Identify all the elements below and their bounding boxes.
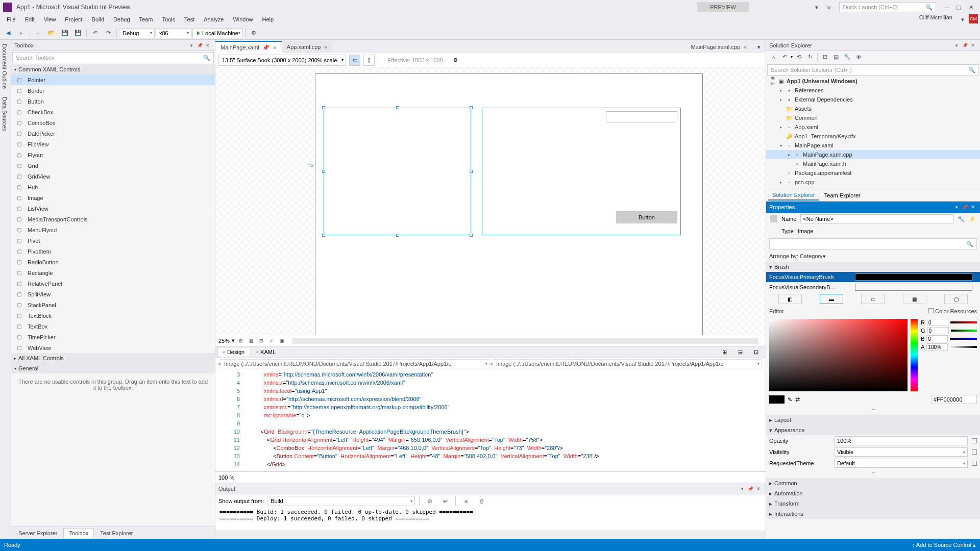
tree-node[interactable]: ▸▪References (766, 86, 980, 95)
close-tab-icon[interactable]: ✕ (324, 44, 328, 50)
tree-node[interactable]: 📁Assets (766, 104, 980, 113)
g-input[interactable] (927, 327, 949, 334)
save-button[interactable]: 💾 (59, 28, 71, 39)
output-dropdown-button[interactable]: ▾ (738, 485, 746, 493)
toolbox-item[interactable]: ▢DatePicker (11, 128, 215, 139)
name-input[interactable] (800, 214, 953, 223)
prop-group-transform[interactable]: ▸Transform (766, 498, 980, 509)
prop-group-layout[interactable]: ▸Layout (766, 415, 980, 425)
tree-node[interactable]: ▸▫MainPage.xaml.cpp (766, 150, 980, 159)
new-project-button[interactable]: ▫ (32, 28, 44, 39)
close-tab-icon[interactable]: ✕ (273, 45, 277, 51)
se-search-input[interactable]: Search Solution Explorer (Ctrl+;)🔍 (767, 64, 979, 76)
tree-node[interactable]: ▸▫pch.cpp (766, 178, 980, 187)
menu-build[interactable]: Build (87, 14, 109, 27)
source-control-button[interactable]: ↑ Add to Source Control ▴ (912, 542, 976, 548)
swap-colors-icon[interactable]: ⇄ (795, 396, 800, 403)
orientation-portrait-button[interactable]: ▯ (363, 55, 375, 66)
output-pin-button[interactable]: 📌 (746, 485, 754, 493)
a-input[interactable] (926, 343, 948, 350)
redo-button[interactable]: ↷ (102, 28, 114, 39)
toolbox-item[interactable]: ▢StackPanel (11, 299, 215, 310)
se-tab[interactable]: Team Explorer (820, 191, 865, 200)
toolbox-item[interactable]: ▢Pointer (11, 74, 215, 85)
maximize-button[interactable]: ▢ (952, 2, 965, 12)
notifications-icon[interactable]: ▾ (811, 2, 823, 12)
toolbox-item[interactable]: ▢ListView (11, 203, 215, 214)
toolbox-close-button[interactable]: ✕ (204, 41, 212, 49)
hex-input[interactable] (931, 395, 977, 404)
user-avatar[interactable]: CM (969, 14, 978, 23)
tree-node[interactable]: �눈▣App1 (Universal Windows) (766, 77, 980, 86)
se-collapse-button[interactable]: ⊟ (820, 52, 830, 62)
split-layout-button[interactable]: ⊟ (733, 347, 748, 357)
brush-row[interactable]: FocusVisualPrimaryBrush (766, 272, 980, 282)
run-button[interactable]: Local Machine (192, 28, 243, 38)
open-button[interactable]: 📂 (45, 28, 58, 39)
close-button[interactable]: ✕ (965, 2, 977, 12)
grid-outline[interactable]: Button (482, 108, 681, 235)
zoom-snapline-icon[interactable]: ⊟ (257, 337, 265, 345)
back-button[interactable]: ◀ (2, 28, 14, 39)
toolbox-item[interactable]: ▢RadioButton (11, 257, 215, 267)
se-dropdown-button[interactable]: ▾ (952, 41, 961, 49)
appearance-expand[interactable]: ⌄ (766, 469, 980, 478)
split-layout-button[interactable]: ⊡ (749, 347, 764, 357)
bottom-tab[interactable]: Server Explorer (13, 529, 62, 538)
brush-expand-more[interactable]: ⌄ (766, 406, 980, 415)
se-preview-button[interactable]: 👁 (853, 52, 864, 62)
brush-row[interactable]: FocusVisualSecondaryB... (766, 282, 980, 292)
eyedropper-icon[interactable]: ✎ (788, 396, 792, 403)
prop-marker[interactable] (972, 449, 977, 455)
solution-tree[interactable]: �눈▣App1 (Universal Windows)▸▪References▸… (766, 77, 980, 189)
se-sync-button[interactable]: ⟲ (794, 52, 804, 62)
menu-file[interactable]: File (2, 14, 20, 27)
prop-marker[interactable] (972, 461, 977, 466)
breadcrumb-left[interactable]: Image (../../Users/ericmitt.REDMOND/Docu… (220, 359, 489, 368)
split-layout-button[interactable]: ⊞ (717, 347, 732, 357)
brush-none-tab[interactable]: ◧ (778, 294, 802, 304)
arrange-by-label[interactable]: Arrange by: Category (769, 253, 823, 259)
toolbar-misc-button[interactable]: ⚙ (248, 28, 260, 39)
combobox-control[interactable] (606, 111, 677, 122)
toolbox-item[interactable]: ▢FlipView (11, 139, 215, 149)
tree-node[interactable]: ▸▫App.xaml (766, 122, 980, 132)
zoom-fit-icon[interactable]: ⤢ (267, 337, 276, 345)
zoom-snap-icon[interactable]: ▦ (247, 337, 255, 345)
output-indent-button[interactable]: ≡ (460, 495, 472, 507)
user-name[interactable]: Cliff Mcmillan (915, 14, 957, 27)
config-select[interactable]: Debug (119, 28, 155, 38)
design-canvas[interactable]: 116 42 Button (215, 67, 766, 335)
undo-button[interactable]: ↶ (89, 28, 101, 39)
color-picker[interactable]: R G B A (766, 317, 980, 393)
menu-test[interactable]: Test (180, 14, 199, 27)
menu-view[interactable]: View (39, 14, 61, 27)
split-tab-design[interactable]: ▫Design (217, 347, 250, 357)
b-input[interactable] (926, 335, 948, 342)
toolbox-item[interactable]: ▢TextBlock (11, 310, 215, 321)
toolbox-item[interactable]: ▢Grid (11, 160, 215, 171)
save-all-button[interactable]: 💾 (72, 28, 84, 39)
menu-window[interactable]: Window (228, 14, 257, 27)
menu-analyze[interactable]: Analyze (199, 14, 228, 27)
prop-group-appearance[interactable]: ▾Appearance (766, 425, 980, 435)
toolbox-group[interactable]: ▾Common XAML Controls (11, 64, 215, 74)
quick-launch-input[interactable]: Quick Launch (Ctrl+Q)🔍 (839, 2, 936, 12)
h-scrollbar[interactable] (292, 338, 758, 344)
user-dropdown-icon[interactable]: ▾ (957, 14, 969, 24)
sv-picker[interactable] (769, 319, 908, 391)
se-showall-button[interactable]: ▤ (831, 52, 841, 62)
bottom-tab[interactable]: Toolbox (63, 528, 94, 538)
prop-value[interactable]: 100% (835, 436, 968, 445)
toolbox-pin-button[interactable]: 📌 (195, 41, 204, 49)
breadcrumb-right[interactable]: Image (../../Users/ericmitt.REDMOND/Docu… (493, 359, 762, 368)
toolbox-item[interactable]: ▢RelativePanel (11, 278, 215, 289)
side-tab-document-outline[interactable]: Document Outline (0, 40, 11, 93)
prop-value[interactable]: Visible (835, 447, 968, 457)
output-scrollbar[interactable] (215, 531, 766, 539)
tree-node[interactable]: ▫Package.appxmanifest (766, 168, 980, 178)
platform-select[interactable]: x86 (156, 28, 191, 38)
doc-tab[interactable]: MainPage.xaml.cpp ✕ (685, 41, 752, 53)
output-close-button[interactable]: ✕ (754, 485, 763, 493)
menu-team[interactable]: Team (135, 14, 158, 27)
